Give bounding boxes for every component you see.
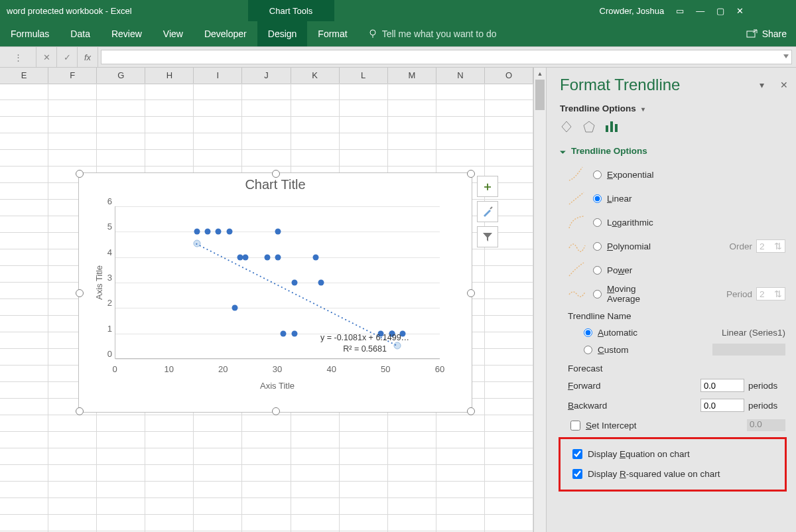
tab-view[interactable]: View [153,21,194,46]
resize-handle[interactable] [272,170,280,178]
exp-icon [568,166,586,183]
svg-rect-7 [615,124,618,132]
col-header[interactable]: N [436,68,485,84]
trend-type-power[interactable]: Power [568,258,785,282]
col-header[interactable]: M [388,68,436,84]
resize-handle[interactable] [467,289,475,297]
col-header[interactable]: G [97,68,145,84]
pane-title: Format Trendline [560,76,785,94]
chart-object[interactable]: Chart Title Axis Title Axis Title 012345… [78,172,472,413]
chart-title[interactable]: Chart Title [79,177,472,192]
forward-input[interactable] [700,379,744,392]
chart-elements-button[interactable]: ＋ [477,176,498,197]
trendline-name-label: Trendline Name [568,311,785,321]
svg-rect-6 [610,121,613,132]
resize-handle[interactable] [272,407,280,415]
trendline-label[interactable]: y = -0.1081x + 6.1499… R² = 0.5681 [320,332,409,355]
ma-icon [568,285,586,302]
worksheet[interactable]: E F G H I J K L M N O Chart Title [0,68,533,532]
x-axis-title[interactable]: Axis Title [115,381,440,391]
col-header[interactable]: O [485,68,533,84]
fx-icon[interactable]: fx [78,47,98,67]
highlighted-options: Display Equation on chart Display R-squa… [559,437,787,492]
forecast-backward: Backward periods [568,397,785,413]
formula-bar: ⋮ ✕ ✓ fx [0,46,796,68]
close-icon[interactable]: ✕ [736,6,744,16]
col-header[interactable]: I [194,68,242,84]
effects-icon[interactable] [582,120,596,133]
funnel-icon [482,232,493,242]
resize-handle[interactable] [467,407,475,415]
tab-design[interactable]: Design [257,21,308,46]
resize-handle[interactable] [467,170,475,178]
linear-icon [568,190,586,207]
svg-point-0 [370,30,375,35]
chart-side-buttons: ＋ [477,176,498,247]
minimize-icon[interactable]: — [696,6,704,16]
ribbon-tabs: Formulas Data Review View Developer Desi… [0,21,796,46]
power-icon [568,261,586,279]
forecast-label: Forecast [568,364,785,373]
trendline-name-automatic[interactable]: Automatic Linear (Series1) [568,324,785,341]
pane-category-icons [560,120,785,133]
tell-me[interactable]: Tell me what you want to do [367,29,497,39]
set-intercept[interactable]: Set Intercept 0.0 [568,417,785,433]
resize-handle[interactable] [76,407,84,415]
options-icon[interactable] [605,120,618,133]
scroll-thumb[interactable] [535,80,545,110]
col-header[interactable]: H [145,68,194,84]
col-header[interactable]: J [242,68,291,84]
ribbon-display-icon[interactable]: ▭ [676,6,684,16]
svg-marker-4 [584,121,594,132]
tab-developer[interactable]: Developer [194,21,257,46]
trend-type-linear[interactable]: Linear [568,186,785,210]
chart-filter-button[interactable] [477,226,498,247]
tab-review[interactable]: Review [101,21,153,46]
chart-styles-button[interactable] [477,201,498,222]
tab-data[interactable]: Data [60,21,101,46]
pane-subtitle[interactable]: Trendline Options [560,103,785,113]
trendline-options-section[interactable]: Trendline Options [560,145,785,156]
svg-line-8 [569,192,584,204]
trendline-name-custom[interactable]: Custom [568,341,785,358]
display-r-squared-checkbox[interactable]: Display R-squared value on chart [570,466,783,482]
tab-format[interactable]: Format [307,21,358,46]
enter-icon[interactable]: ✓ [57,47,78,67]
trend-type-exponential[interactable]: EExponentialxponential [568,163,785,186]
plot-area[interactable]: Axis Title Axis Title 0123456 0102030405… [115,206,440,359]
col-header[interactable]: E [0,68,48,84]
maximize-icon[interactable]: ▢ [716,6,724,16]
trend-type-polynomial[interactable]: Polynomial Order2⇅ [568,234,785,258]
forecast-forward: Forward periods [568,377,785,393]
share-icon [746,29,758,38]
name-box[interactable]: ⋮ [0,47,36,67]
vertical-scrollbar[interactable]: ▲ [533,68,546,532]
svg-rect-5 [606,125,608,132]
formula-input[interactable] [101,50,792,64]
tab-formulas[interactable]: Formulas [0,21,60,46]
poly-icon [568,237,586,255]
contextual-tab-group: Chart Tools [248,0,334,21]
user-name: Crowder, Joshua [600,6,665,16]
log-icon [568,214,586,231]
share-button[interactable]: Share [746,29,796,39]
display-equation-checkbox[interactable]: Display Equation on chart [570,446,783,462]
cancel-icon[interactable]: ✕ [36,47,57,67]
fill-line-icon[interactable] [560,120,573,133]
format-trendline-pane: ▾ ✕ Format Trendline Trendline Options T… [546,68,796,532]
resize-handle[interactable] [76,289,84,297]
trend-type-logarithmic[interactable]: Logarithmic [568,210,785,234]
lightbulb-icon [367,29,378,39]
trend-type-moving-average[interactable]: MovingAverage Period2⇅ [568,282,785,306]
pane-dropdown-icon[interactable]: ▾ [760,80,764,90]
pane-close-icon[interactable]: ✕ [780,80,788,90]
col-header[interactable]: K [291,68,340,84]
custom-name-input[interactable] [712,344,785,356]
col-header[interactable]: F [48,68,97,84]
col-header[interactable]: L [340,68,388,84]
column-headers: E F G H I J K L M N O [0,68,533,84]
resize-handle[interactable] [76,170,84,178]
backward-input[interactable] [700,399,744,412]
scroll-up-icon[interactable]: ▲ [534,68,546,80]
titlebar: word protected workbook - Excel Chart To… [0,0,796,21]
